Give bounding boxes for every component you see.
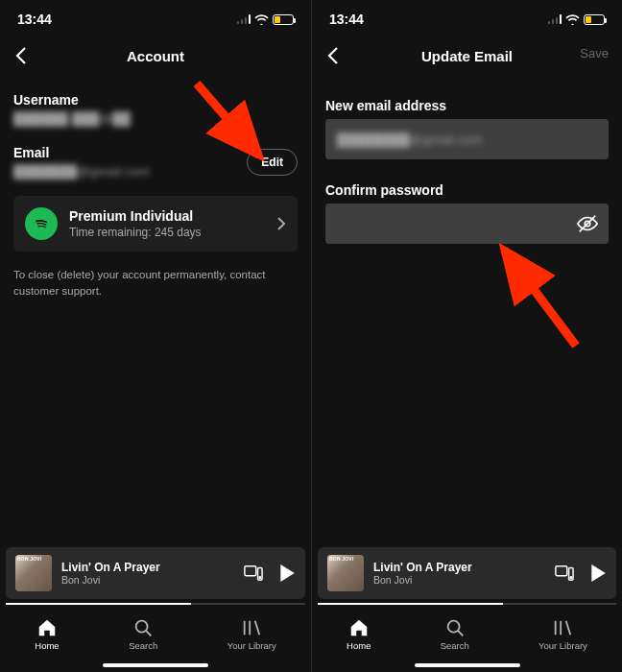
status-bar: 13:44 [312, 0, 622, 35]
confirm-password-label: Confirm password [325, 182, 609, 198]
devices-icon[interactable] [244, 564, 263, 582]
new-email-value: ████████@gmail.com [337, 132, 483, 147]
save-button[interactable]: Save [580, 46, 609, 60]
status-time: 13:44 [17, 12, 52, 27]
back-button[interactable] [10, 44, 33, 67]
tab-bar: Home Search Your Library [0, 605, 311, 659]
wifi-icon [254, 14, 269, 25]
status-bar: 13:44 [0, 0, 311, 35]
home-indicator [0, 659, 311, 672]
tab-home-label: Home [35, 640, 59, 651]
plan-subtitle: Time remaining: 245 days [69, 226, 265, 239]
battery-icon [273, 14, 294, 25]
devices-icon[interactable] [555, 564, 574, 582]
tab-search[interactable]: Search [441, 617, 469, 651]
confirm-password-input[interactable] [325, 204, 609, 244]
battery-icon [584, 14, 605, 25]
status-time: 13:44 [329, 12, 364, 27]
edit-button[interactable]: Edit [247, 149, 298, 176]
page-header: Account [0, 35, 311, 77]
new-email-input[interactable]: ████████@gmail.com [325, 119, 609, 159]
new-email-label: New email address [325, 98, 609, 113]
svg-rect-0 [245, 566, 256, 576]
username-value: ██████.███@██ [13, 111, 298, 126]
chevron-right-icon [276, 216, 286, 231]
play-icon[interactable] [589, 564, 607, 583]
album-art [15, 555, 52, 591]
wifi-icon [565, 14, 580, 25]
username-label: Username [13, 92, 298, 108]
close-account-note: To close (delete) your account permanent… [13, 267, 298, 300]
back-button[interactable] [322, 44, 345, 67]
tab-library-label: Your Library [227, 640, 276, 651]
tab-search-label: Search [129, 640, 157, 651]
np-title: Livin' On A Prayer [373, 561, 545, 574]
tab-search[interactable]: Search [129, 617, 157, 651]
page-title: Account [127, 48, 184, 64]
eye-off-icon[interactable] [576, 213, 599, 234]
cell-signal-icon [548, 14, 562, 24]
status-right [237, 14, 295, 25]
tab-home-label: Home [347, 640, 371, 651]
email-value: ███████@gmail.com [13, 164, 150, 179]
now-playing-bar[interactable]: Livin' On A Prayer Bon Jovi [318, 547, 616, 599]
tab-home[interactable]: Home [347, 617, 371, 651]
play-icon[interactable] [278, 564, 296, 583]
spotify-logo-icon [25, 207, 58, 240]
page-header: Update Email Save [312, 35, 622, 77]
np-artist: Bon Jovi [61, 574, 234, 586]
now-playing-bar[interactable]: Livin' On A Prayer Bon Jovi [6, 547, 305, 599]
svg-point-2 [259, 577, 261, 579]
tab-library[interactable]: Your Library [227, 617, 276, 651]
album-art [327, 555, 364, 591]
page-title: Update Email [421, 48, 513, 64]
svg-point-7 [570, 577, 572, 579]
np-title: Livin' On A Prayer [61, 561, 234, 574]
svg-point-8 [447, 620, 459, 632]
status-right [548, 14, 606, 25]
cell-signal-icon [237, 14, 251, 24]
svg-point-3 [136, 620, 148, 632]
home-indicator [312, 659, 622, 672]
tab-library[interactable]: Your Library [538, 617, 587, 651]
tab-home[interactable]: Home [35, 617, 59, 651]
tab-search-label: Search [441, 640, 469, 651]
tab-library-label: Your Library [538, 640, 587, 651]
svg-rect-5 [556, 566, 567, 576]
plan-name: Premium Individual [69, 208, 265, 224]
email-label: Email [13, 145, 150, 160]
np-artist: Bon Jovi [373, 574, 545, 586]
tab-bar: Home Search Your Library [312, 605, 622, 659]
plan-row[interactable]: Premium Individual Time remaining: 245 d… [13, 196, 298, 252]
